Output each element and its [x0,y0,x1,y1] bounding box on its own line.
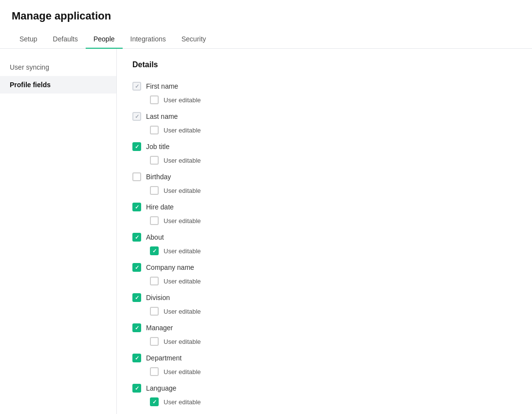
nav-tabs: SetupDefaultsPeopleIntegrationsSecurity [12,30,520,48]
field-last-name-sub-checkbox[interactable] [150,126,159,134]
field-sub-job-title: User editable [132,154,516,168]
field-sub-last-name: User editable [132,124,516,137]
tab-security[interactable]: Security [174,30,214,49]
user-editable-label-language: User editable [164,398,201,406]
field-sub-language: ✓User editable [132,395,516,409]
field-label-first-name: First name [146,82,178,90]
sidebar: User syncingProfile fields [0,49,117,414]
field-main-language: ✓Language [132,381,516,395]
field-main-division: ✓Division [132,290,516,305]
content-area: User syncingProfile fields Details ✓Firs… [0,49,532,414]
field-manager-sub-checkbox[interactable] [150,337,159,346]
field-sub-about: ✓User editable [132,245,516,258]
field-main-first-name: ✓First name [132,79,516,94]
field-manager-main-checkbox[interactable]: ✓ [132,323,141,332]
sidebar-item-user-syncing[interactable]: User syncing [0,58,116,76]
field-row-department: ✓DepartmentUser editable [132,351,516,379]
user-editable-label-hire-date: User editable [164,217,201,225]
tab-defaults[interactable]: Defaults [45,30,86,49]
field-row-job-title: ✓Job titleUser editable [132,139,516,168]
field-first-name-sub-checkbox[interactable] [150,95,159,104]
field-language-sub-checkbox[interactable]: ✓ [150,397,159,406]
field-row-language: ✓Language✓User editable [132,381,516,409]
field-birthday-main-checkbox[interactable] [132,172,141,181]
field-label-division: Division [146,294,170,301]
field-division-main-checkbox[interactable]: ✓ [132,293,141,302]
field-sub-manager: User editable [132,335,516,349]
field-main-manager: ✓Manager [132,320,516,335]
user-editable-label-job-title: User editable [164,157,201,164]
field-row-about: ✓About✓User editable [132,230,516,258]
field-row-manager: ✓ManagerUser editable [132,320,516,349]
field-birthday-sub-checkbox[interactable] [150,186,159,195]
field-row-first-name: ✓First nameUser editable [132,79,516,107]
field-main-last-name: ✓Last name [132,109,516,124]
field-label-department: Department [146,354,182,362]
page-title: Manage application [12,10,520,22]
tab-setup[interactable]: Setup [12,30,45,49]
field-label-language: Language [146,384,176,392]
field-last-name-main-checkbox[interactable]: ✓ [132,112,141,121]
field-label-hire-date: Hire date [146,203,174,211]
user-editable-label-first-name: User editable [164,96,201,104]
field-sub-first-name: User editable [132,94,516,107]
field-row-hire-date: ✓Hire dateUser editable [132,200,516,228]
user-editable-label-company-name: User editable [164,278,201,285]
field-first-name-main-checkbox[interactable]: ✓ [132,82,141,91]
field-label-manager: Manager [146,324,173,332]
user-editable-label-about: User editable [164,247,201,255]
field-main-job-title: ✓Job title [132,139,516,154]
main-content: Details ✓First nameUser editable✓Last na… [117,49,532,414]
field-main-hire-date: ✓Hire date [132,200,516,214]
field-main-department: ✓Department [132,351,516,365]
field-main-about: ✓About [132,230,516,245]
field-label-company-name: Company name [146,263,194,271]
section-title: Details [132,60,516,69]
field-main-company-name: ✓Company name [132,260,516,275]
field-job-title-main-checkbox[interactable]: ✓ [132,142,141,151]
field-label-job-title: Job title [146,143,169,151]
field-sub-birthday: User editable [132,184,516,198]
field-about-sub-checkbox[interactable]: ✓ [150,246,159,255]
field-department-main-checkbox[interactable]: ✓ [132,354,141,362]
field-sub-department: User editable [132,365,516,379]
field-job-title-sub-checkbox[interactable] [150,156,159,165]
field-row-company-name: ✓Company nameUser editable [132,260,516,288]
field-main-birthday: Birthday [132,169,516,184]
fields-container: ✓First nameUser editable✓Last nameUser e… [132,79,516,409]
user-editable-label-last-name: User editable [164,127,201,134]
sidebar-item-profile-fields[interactable]: Profile fields [0,76,116,94]
user-editable-label-division: User editable [164,308,201,315]
user-editable-label-department: User editable [164,368,201,376]
tab-integrations[interactable]: Integrations [123,30,174,49]
app-container: Manage application SetupDefaultsPeopleIn… [0,0,532,414]
user-editable-label-birthday: User editable [164,187,201,194]
field-sub-division: User editable [132,305,516,319]
field-sub-company-name: User editable [132,275,516,288]
field-sub-hire-date: User editable [132,214,516,228]
field-label-about: About [146,233,164,241]
field-about-main-checkbox[interactable]: ✓ [132,233,141,242]
tab-people[interactable]: People [86,30,123,49]
field-company-name-main-checkbox[interactable]: ✓ [132,263,141,272]
user-editable-label-manager: User editable [164,338,201,345]
field-label-birthday: Birthday [146,173,171,181]
field-company-name-sub-checkbox[interactable] [150,277,159,285]
field-hire-date-main-checkbox[interactable]: ✓ [132,203,141,211]
page-header: Manage application SetupDefaultsPeopleIn… [0,0,532,49]
field-division-sub-checkbox[interactable] [150,307,159,316]
field-language-main-checkbox[interactable]: ✓ [132,384,141,393]
field-hire-date-sub-checkbox[interactable] [150,216,159,225]
field-department-sub-checkbox[interactable] [150,367,159,376]
field-label-last-name: Last name [146,113,178,120]
field-row-division: ✓DivisionUser editable [132,290,516,319]
field-row-birthday: BirthdayUser editable [132,169,516,198]
field-row-last-name: ✓Last nameUser editable [132,109,516,137]
